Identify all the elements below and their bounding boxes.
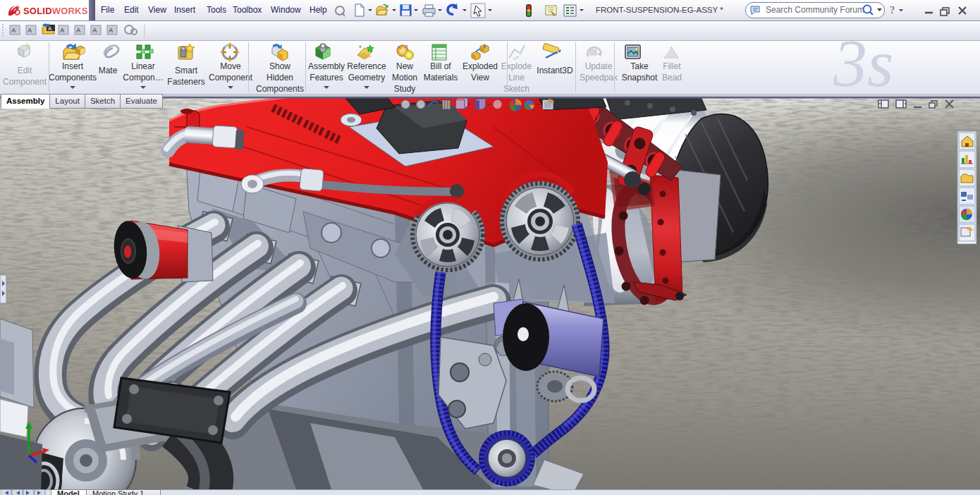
svg-text:A: A [109,27,114,34]
svg-text:A: A [11,27,16,34]
svg-text:?: ? [890,4,895,16]
svg-text:A: A [27,27,32,34]
svg-text:A: A [92,27,97,34]
svg-text:A: A [76,27,81,34]
svg-text:SOLIDWORKS: SOLIDWORKS [23,6,88,16]
svg-text:A: A [60,27,65,34]
